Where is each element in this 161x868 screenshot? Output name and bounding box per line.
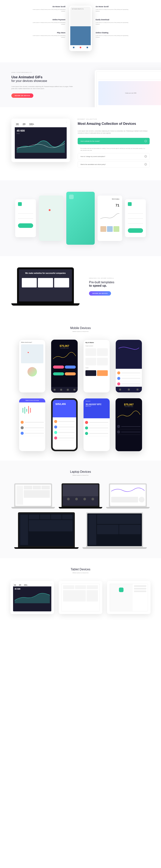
sidebar	[88, 515, 96, 545]
content	[87, 514, 142, 546]
coin-icon	[54, 431, 57, 434]
laptop-dark-dash2[interactable]	[82, 512, 147, 549]
feature-desc: Lorem ipsum is simply dummy text of the …	[31, 22, 65, 25]
browser-screen: Create your own CRM	[96, 71, 161, 107]
hover-button[interactable]: HOVER ON DEVICE	[11, 93, 33, 98]
btc-label: Received	[86, 401, 108, 402]
dark-top	[116, 340, 142, 369]
mobile-btc[interactable]: Received 35.2413157 BTC $222,167	[83, 398, 110, 451]
tablet-light-dash[interactable]	[59, 581, 102, 614]
tablet-stats: 34kPeople 495Days 349m.Seconds	[15, 122, 67, 127]
wallet-card	[97, 358, 108, 365]
feature-title: Online Chatting	[96, 32, 130, 34]
mobile-wallet[interactable]: My E-Wallet Crypto account Cards	[83, 340, 110, 393]
coin-icon	[54, 426, 57, 429]
faq-item[interactable]: How do I change my current subscription?…	[78, 153, 150, 160]
feature-desc: Lorem ipsum is simply dummy text of the …	[96, 9, 130, 12]
base	[11, 507, 55, 508]
list-item	[117, 381, 140, 387]
pill	[65, 366, 76, 369]
cards-label: Cards	[83, 365, 110, 370]
map-pin-icon	[49, 209, 51, 211]
feature-desc: Lorem ipsum is simply dummy text of the …	[31, 9, 65, 12]
phone-nav	[70, 45, 91, 50]
tablet-map[interactable]	[107, 581, 151, 614]
faq-item[interactable]: What is the cancellation and refund poli…	[78, 161, 150, 167]
btc-header: Received 35.2413157 BTC $222,167	[83, 398, 110, 418]
pin-icon	[28, 352, 29, 353]
nav-icon	[86, 47, 88, 48]
laptop-dark-dash[interactable]	[14, 512, 79, 549]
base	[82, 547, 147, 549]
mobile-map[interactable]: Where should we go?	[19, 340, 46, 393]
screen	[14, 483, 52, 507]
samsung-value: $352,455	[55, 403, 73, 405]
laptop-mockup[interactable]: We make websites for successful companie…	[11, 268, 80, 306]
map-screen[interactable]	[39, 195, 63, 241]
screen	[18, 512, 75, 547]
pill	[53, 372, 64, 375]
btc-value: 35.2413157 BTC	[86, 403, 108, 405]
laptop-base	[11, 303, 80, 306]
main	[24, 486, 50, 505]
mobile-exchange[interactable]: Digital Currency Exchange	[19, 398, 46, 451]
feature-item: Online Payment Lorem ipsum is simply dum…	[31, 19, 65, 25]
bar-chart-icon	[63, 590, 86, 601]
section-title: Most Amazing Collection of Devices	[78, 122, 150, 126]
list-item	[85, 425, 108, 431]
phone-screen: Get Travelers Mode For You	[70, 7, 91, 50]
bottom-nav	[51, 387, 78, 393]
screen	[86, 512, 143, 547]
gallery-subtitle: Different options to choose from	[7, 331, 154, 332]
mobile-gallery: Mobile Devices Different options to choo…	[0, 317, 161, 461]
list-item	[21, 431, 44, 436]
laptop-title: We make websites for successful companie…	[22, 272, 69, 274]
laptop-hero[interactable]	[59, 483, 102, 508]
coin-list	[19, 418, 45, 438]
phone-mockup[interactable]: Get Travelers Mode For You	[69, 6, 92, 51]
faq-item-active[interactable]: How to activate the free module? −	[78, 138, 150, 144]
logo-icon	[67, 498, 70, 500]
coin-icon	[117, 377, 120, 380]
sidebar	[17, 486, 23, 505]
bottom-nav	[116, 387, 142, 393]
stat: 349m.Seconds	[29, 123, 34, 126]
app-icon	[18, 202, 22, 206]
faq-question: What is the cancellation and refund poli…	[80, 164, 106, 165]
thumb	[113, 226, 119, 232]
browser-header	[98, 73, 161, 80]
feature-desc: Lorem ipsum is simply dummy text of the …	[31, 35, 65, 38]
coin-icon	[117, 382, 120, 385]
nav-icon	[137, 389, 138, 391]
base	[14, 547, 79, 549]
chart	[118, 343, 139, 354]
mobile-dark-chart[interactable]	[115, 340, 142, 393]
content	[19, 514, 74, 546]
mobile-crypto2[interactable]: $75,067 Accumulated money	[115, 398, 142, 451]
featured-screen[interactable]	[66, 192, 95, 245]
mobile-samsung[interactable]: $352,455	[51, 398, 78, 451]
signup-screen[interactable]	[125, 199, 146, 237]
header: Where should we go?	[21, 342, 44, 343]
section-desc: Lorem ipsum dolor sit amet, consectetur …	[11, 86, 74, 90]
tablet-stats[interactable]: 34k 495 349m. 45 600	[10, 581, 54, 614]
pills	[51, 364, 78, 370]
features-left: On Hover Scroll Lorem ipsum is simply du…	[31, 6, 65, 38]
hover-button[interactable]: HOVER ON DEVICE	[89, 291, 111, 296]
mobile-crypto[interactable]: $75,067 Accumulated money	[51, 340, 78, 393]
tablet-mockup[interactable]: 34kPeople 495Days 349m.Seconds 45 600 Pe…	[11, 119, 70, 162]
app-icon	[128, 202, 132, 206]
laptop-analytics[interactable]	[106, 483, 150, 508]
tx-list	[83, 418, 110, 438]
coin-icon	[117, 371, 120, 374]
stat: 495Days	[23, 123, 26, 126]
credit-card	[85, 370, 96, 376]
nav-icon	[119, 389, 121, 391]
laptop-content: We make websites for successful companie…	[19, 269, 72, 302]
login-screen[interactable]	[15, 199, 36, 237]
chart-screen[interactable]: 5019 Dollars 71	[98, 195, 122, 241]
laptop-dashboard[interactable]	[11, 483, 55, 508]
browser-mockup[interactable]: Create your own CRM	[95, 70, 161, 107]
laptop-screen: We make websites for successful companie…	[17, 268, 74, 303]
screen	[61, 483, 100, 507]
